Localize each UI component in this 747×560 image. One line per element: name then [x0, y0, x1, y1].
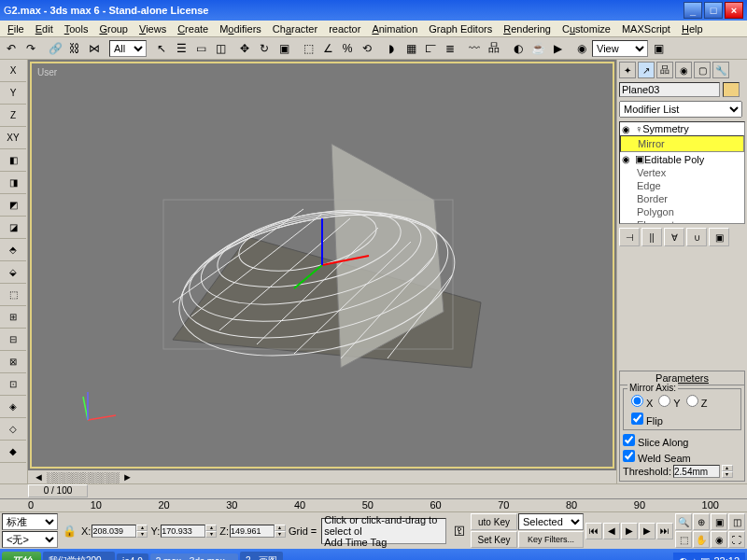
reactor-tool-14[interactable]: ◆ [0, 441, 26, 463]
make-unique-button[interactable]: ∀ [664, 228, 684, 246]
reactor-tool-8[interactable]: ⊞ [0, 306, 26, 329]
taskbar-item[interactable]: 我们学校200... [43, 552, 115, 560]
coord-x-field[interactable] [92, 525, 136, 538]
unlink-button[interactable]: ⛓ [65, 39, 84, 58]
maximize-viewport-button[interactable]: ⛶ [728, 531, 745, 548]
reactor-tool-13[interactable]: ◇ [0, 418, 26, 441]
menu-modifiers[interactable]: Modifiers [216, 22, 265, 35]
stack-vertex[interactable]: Vertex [620, 166, 744, 179]
mirror-button[interactable]: ◗ [382, 39, 401, 58]
zoom-button[interactable]: 🔍 [675, 513, 692, 530]
z-spinner[interactable]: ▴▾ [275, 525, 286, 538]
reactor-tool-12[interactable]: ◈ [0, 396, 26, 418]
layers-button[interactable]: ≣ [441, 39, 459, 58]
move-button[interactable]: ✥ [235, 39, 254, 58]
axis-x-radio[interactable]: X [631, 394, 653, 410]
reactor-tool-11[interactable]: ⊡ [0, 373, 26, 396]
transform-set[interactable]: 标准 [2, 513, 58, 530]
show-result-button[interactable]: || [641, 228, 662, 246]
key-filters-button[interactable]: Key Filters... [518, 531, 584, 548]
zoom-all-button[interactable]: ⊕ [693, 513, 710, 530]
coord-y-field[interactable] [161, 525, 205, 538]
taskbar-item-active[interactable]: 2.max - 3ds max... [150, 553, 238, 561]
menu-rendering[interactable]: Rendering [500, 22, 555, 35]
undo-button[interactable]: ↶ [2, 39, 21, 58]
flip-checkbox[interactable]: Flip [626, 412, 739, 427]
menu-grapheditors[interactable]: Graph Editors [425, 22, 496, 35]
remove-modifier-button[interactable]: ∪ [686, 228, 707, 246]
angle-snap-toggle[interactable]: ∠ [318, 39, 337, 58]
add-time-tag[interactable]: Add Time Tag [324, 537, 444, 548]
set-key-button[interactable]: Set Key [471, 531, 517, 548]
selection-filter[interactable]: All [109, 40, 147, 57]
menu-reactor[interactable]: reactor [325, 22, 364, 35]
next-frame-button[interactable]: ▶ [639, 523, 655, 539]
axis-z-radio[interactable]: Z [686, 394, 708, 410]
menu-customize[interactable]: Customize [558, 22, 614, 35]
weld-seam-checkbox[interactable]: Weld Seam [623, 449, 741, 465]
tray-icon[interactable]: ▣ [700, 555, 710, 561]
goto-start-button[interactable]: ⏮ [585, 523, 602, 539]
reactor-tool-4[interactable]: ◪ [0, 217, 26, 239]
select-name-button[interactable]: ☰ [172, 39, 190, 58]
material-editor-button[interactable]: ◐ [509, 39, 528, 58]
eye-icon[interactable]: ◉ [622, 154, 635, 164]
reactor-tool-10[interactable]: ⊠ [0, 351, 26, 373]
axis-z[interactable]: Z [0, 105, 26, 127]
key-mode-select[interactable]: Selected [518, 513, 584, 530]
axis-y-radio[interactable]: Y [658, 394, 680, 410]
y-spinner[interactable]: ▴▾ [205, 525, 217, 538]
goto-end-button[interactable]: ⏭ [656, 523, 673, 539]
play-button[interactable]: ▶ [621, 523, 638, 539]
viewport-scroll[interactable]: ◄ ░░░░░░░░░░ ► [28, 470, 616, 483]
redo-button[interactable]: ↷ [21, 39, 40, 58]
menu-file[interactable]: File [4, 22, 28, 35]
zoom-extents-button[interactable]: ▣ [711, 513, 727, 530]
schematic-button[interactable]: 品 [485, 39, 503, 58]
utilities-tab[interactable]: 🔧 [712, 62, 729, 78]
transform-none[interactable]: <无> [2, 531, 58, 548]
pin-stack-button[interactable]: ⊣ [619, 228, 640, 246]
select-region-button[interactable]: ▭ [191, 39, 210, 58]
minimize-button[interactable]: _ [684, 2, 702, 19]
reactor-tool-5[interactable]: ⬘ [0, 239, 26, 261]
center-pivot-button[interactable]: ▣ [649, 39, 668, 58]
modifier-stack[interactable]: ◉♀ Symmetry Mirror ◉▣ Editable Poly Vert… [619, 121, 745, 224]
create-tab[interactable]: ✦ [619, 62, 636, 78]
link-button[interactable]: 🔗 [46, 39, 64, 58]
reactor-tool-9[interactable]: ⊟ [0, 329, 26, 351]
bind-button[interactable]: ⋈ [85, 39, 104, 58]
curve-editor-button[interactable]: 〰 [465, 39, 484, 58]
menu-views[interactable]: Views [135, 22, 170, 35]
snap-toggle[interactable]: ⬚ [299, 39, 317, 58]
auto-key-button[interactable]: uto Key [471, 513, 517, 530]
menu-edit[interactable]: Edit [32, 22, 57, 35]
slice-along-checkbox[interactable]: Slice Along [623, 433, 741, 449]
tray-icon[interactable]: ◐ [679, 555, 688, 561]
object-color-swatch[interactable] [723, 82, 740, 97]
reactor-tool-2[interactable]: ◨ [0, 172, 26, 194]
stack-element[interactable]: Element [620, 218, 744, 224]
axis-x[interactable]: X [0, 60, 26, 82]
rotate-button[interactable]: ↻ [255, 39, 274, 58]
close-button[interactable]: × [725, 2, 743, 19]
reactor-tool-1[interactable]: ◧ [0, 149, 26, 172]
coord-z-field[interactable] [230, 525, 275, 538]
stack-border[interactable]: Border [620, 192, 744, 205]
align-button[interactable]: ⫍ [421, 39, 440, 58]
key-icon[interactable]: ⚿ [450, 522, 469, 540]
percent-snap-toggle[interactable]: % [338, 39, 357, 58]
window-crossing-button[interactable]: ◫ [211, 39, 230, 58]
array-button[interactable]: ▦ [402, 39, 420, 58]
modify-tab[interactable]: ↗ [638, 62, 655, 78]
eye-icon[interactable]: ◉ [622, 124, 635, 134]
lock-button[interactable]: 🔒 [60, 522, 78, 540]
spinner-snap-toggle[interactable]: ⟲ [358, 39, 376, 58]
taskbar-item[interactable]: ie4.0 [117, 553, 148, 561]
render-scene-button[interactable]: ☕ [529, 39, 547, 58]
reference-coord[interactable]: View [592, 40, 648, 57]
scale-button[interactable]: ▣ [275, 39, 293, 58]
threshold-field[interactable] [673, 465, 720, 478]
menu-group[interactable]: Group [95, 22, 132, 35]
tray-icon[interactable]: ♪ [692, 555, 698, 560]
